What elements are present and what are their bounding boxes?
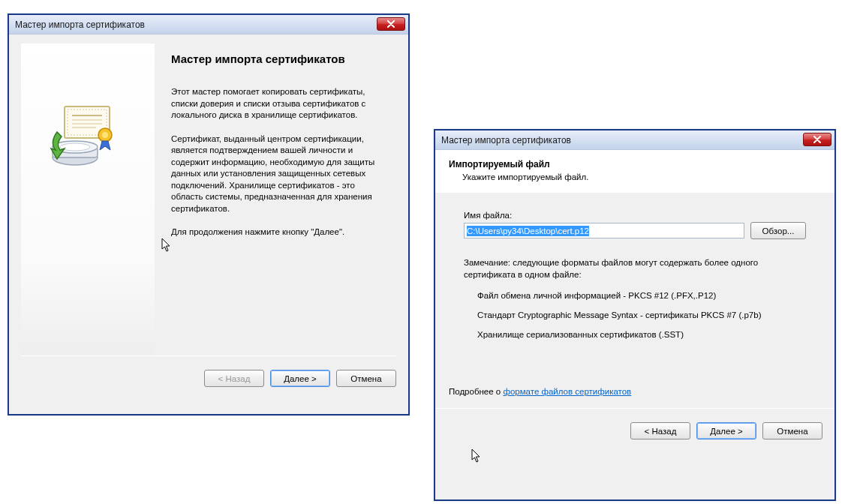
filename-input[interactable]: C:\Users\py34\Desktop\cert.p12: [464, 223, 744, 238]
close-button[interactable]: [377, 17, 405, 31]
more-info-prefix: Подробнее о: [449, 387, 503, 396]
wizard-file-window: Мастер импорта сертификатов Импортируемы…: [434, 129, 836, 501]
format-item: Файл обмена личной информацией - PKCS #1…: [477, 291, 806, 300]
filename-label: Имя файла:: [464, 211, 806, 220]
step-title: Импортируемый файл: [449, 159, 821, 170]
close-icon: [386, 20, 395, 28]
format-item: Хранилище сериализованных сертификатов (…: [477, 330, 806, 339]
filename-value: C:\Users\py34\Desktop\cert.p12: [467, 226, 589, 236]
next-button[interactable]: Далее >: [270, 370, 330, 387]
close-icon: [813, 136, 822, 143]
next-button[interactable]: Далее >: [696, 422, 756, 440]
back-button: < Назад: [204, 370, 264, 387]
window-title: Мастер импорта сертификатов: [15, 20, 145, 30]
certificate-wizard-icon: [44, 104, 119, 173]
back-button[interactable]: < Назад: [630, 422, 690, 440]
wizard-side-panel: [21, 44, 155, 356]
cancel-button[interactable]: Отмена: [336, 370, 396, 387]
wizard-heading: Мастер импорта сертификатов: [171, 52, 384, 65]
format-note: Замечание: следующие форматы файлов могу…: [464, 257, 806, 280]
step-subtitle: Укажите импортируемый файл.: [449, 172, 821, 182]
wizard-welcome-window: Мастер импорта сертификатов: [8, 14, 410, 416]
wizard-detail-text: Сертификат, выданный центром сертификаци…: [171, 134, 384, 215]
cancel-button[interactable]: Отмена: [762, 422, 822, 440]
more-info-link[interactable]: формате файлов сертификатов: [503, 387, 631, 396]
format-list: Файл обмена личной информацией - PKCS #1…: [464, 291, 806, 339]
titlebar[interactable]: Мастер импорта сертификатов: [435, 130, 834, 150]
wizard-intro-text: Этот мастер помогает копировать сертифик…: [171, 86, 384, 122]
browse-button[interactable]: Обзор...: [750, 222, 806, 239]
wizard-step-header: Импортируемый файл Укажите импортируемый…: [435, 150, 834, 192]
close-button[interactable]: [803, 133, 831, 146]
format-item: Стандарт Cryptographic Message Syntax - …: [477, 310, 806, 320]
svg-point-7: [102, 132, 108, 138]
button-row: < Назад Далее > Отмена: [435, 409, 834, 452]
button-row: < Назад Далее > Отмена: [9, 356, 408, 399]
more-info-row: Подробнее о формате файлов сертификатов: [435, 382, 834, 404]
wizard-continue-text: Для продолжения нажмите кнопку "Далее".: [171, 226, 384, 238]
titlebar[interactable]: Мастер импорта сертификатов: [9, 15, 408, 34]
svg-point-11: [60, 143, 90, 151]
window-title: Мастер импорта сертификатов: [441, 135, 571, 146]
